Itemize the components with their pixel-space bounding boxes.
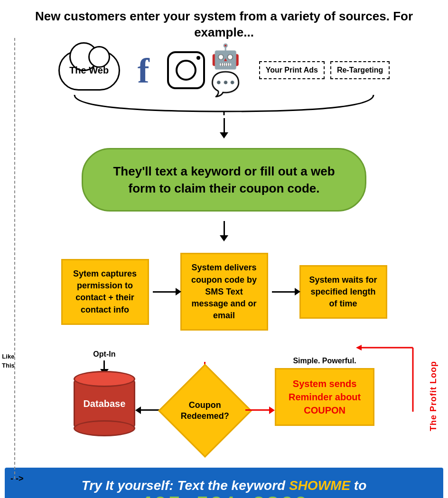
reminder-section: Simple. Powerful. System sends Reminder … (275, 357, 374, 426)
brace-section (0, 92, 448, 116)
arrow-1-to-2 (149, 291, 180, 293)
source-print-ads: Your Print Ads (259, 61, 325, 79)
diamond-shape: Coupon Redeemed? (158, 364, 252, 458)
brace-svg (46, 92, 402, 116)
flow-box-2: System delivers coupon code by SMS Text … (180, 253, 268, 331)
cloud-icon: The Web (58, 50, 120, 91)
green-pill: They'll text a keyword or fill out a web… (82, 148, 366, 212)
database-cylinder: Database (74, 375, 135, 432)
diamond-container: Coupon Redeemed? (172, 362, 238, 444)
facebook-icon: f (126, 51, 161, 89)
source-robot: 🤖💬 (211, 51, 253, 89)
bottom-banner: Try It yourself: Text the keyword SHOWME… (5, 468, 443, 498)
flow-box-3: System waits for specified length of tim… (299, 265, 387, 319)
source-facebook: f (126, 51, 161, 89)
banner-line1: Try It yourself: Text the keyword SHOWME… (14, 478, 434, 493)
source-web: The Web (58, 50, 120, 91)
page-title: New customers enter your system from a v… (0, 0, 448, 46)
arrow-2-to-3 (268, 291, 299, 293)
main-container: New customers enter your system from a v… (0, 0, 448, 498)
profit-loop-section: The Profit Loop (429, 338, 439, 453)
simple-powerful-label: Simple. Powerful. (293, 357, 356, 365)
source-instagram (167, 51, 205, 89)
flow-row-2-container: LikeThis Opt-In Database (0, 338, 448, 453)
like-this-label: LikeThis (2, 352, 15, 369)
flow-row-1: Sytem captures permission to contact + t… (0, 243, 448, 331)
flow-box-1: Sytem captures permission to contact + t… (61, 259, 149, 325)
robot-icon: 🤖💬 (211, 51, 253, 89)
profit-loop-label: The Profit Loop (429, 361, 439, 431)
instagram-icon (167, 51, 205, 89)
left-dashed-arrow: - -> (10, 474, 24, 484)
banner-phone: 405-591-2360 (14, 493, 434, 498)
flow-row-2-inner: Opt-In Database Y (0, 338, 448, 444)
source-retargeting: Re-Targeting (330, 61, 390, 79)
arrow-to-flow-row1 (0, 221, 448, 241)
opt-in-label: Opt-In (93, 350, 115, 359)
sources-row: The Web f 🤖💬 Your Print Ads (0, 46, 448, 91)
db-section: Opt-In Database (74, 350, 135, 432)
reminder-box: System sends Reminder about COUPON (275, 368, 374, 426)
arrow-left-head (135, 406, 141, 414)
arrow-to-green-pill (0, 118, 448, 138)
